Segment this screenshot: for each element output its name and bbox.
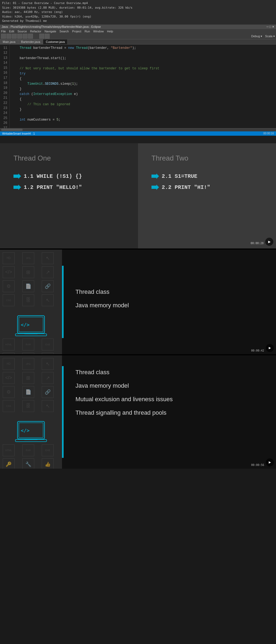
course-item-2-1: Thread class xyxy=(75,369,263,376)
tab-customer-java[interactable]: Customer.java xyxy=(43,39,68,44)
pi-exe: EXE xyxy=(42,339,54,350)
file-info-header: File: 01 - Course Overview - Course Over… xyxy=(0,0,276,25)
svg-text:</>: </> xyxy=(21,322,30,328)
pi2-cursor: ↖ xyxy=(42,358,54,370)
pi-key: 🔑 xyxy=(3,353,15,354)
pi2-css: CSS xyxy=(3,400,15,412)
accent-bar-1 xyxy=(62,266,64,338)
pattern-grid-2: HD JPG ↖ </> ⊞ ↗ ⚙ 📄 🔗 CSS 🗄 ↖ xyxy=(0,355,62,415)
pattern-icon-cursor: ↖ xyxy=(42,252,54,264)
menu-edit[interactable]: Edit xyxy=(9,30,14,33)
thread-one-code-2: 1.2 PRINT "HELLO!" xyxy=(24,184,82,190)
thread-two-title: Thread Two xyxy=(151,154,268,162)
status-writable: Writable xyxy=(2,132,13,135)
menu-project[interactable]: Project xyxy=(72,30,81,33)
course-bg-pattern-1: HD JPG ↖ </> ⊞ ↗ ⚙ 📄 🔗 CSS 🗄 ↖ </> xyxy=(0,250,62,354)
thread-diagram-timestamp: 00:00:28 xyxy=(251,242,264,245)
status-position: 4 : 1 xyxy=(29,132,35,135)
eclipse-menubar[interactable]: File Edit Source Refactor Navigate Searc… xyxy=(0,29,276,33)
menu-window[interactable]: Window xyxy=(93,30,104,33)
course-content-panel-2: Thread class Java memory model Mutual ex… xyxy=(62,355,276,469)
play-button-2[interactable]: ▶ xyxy=(266,344,274,352)
course-content-panel-1: Thread class Java memory model xyxy=(62,250,276,354)
toolbar-btn-8[interactable] xyxy=(45,34,50,39)
thread-two-item-2: 2.2 PRINT "HI!" xyxy=(151,184,268,190)
thread-two-item-1: 2.1 S1=TRUE xyxy=(151,173,268,179)
course-section-1-timestamp: 00:00:42 xyxy=(251,349,264,352)
menu-navigate[interactable]: Navigate xyxy=(44,30,56,33)
code-editor: 1112131415 1617181920 2122232425 2627282… xyxy=(0,45,276,128)
window-controls: ─ □ ✕ xyxy=(266,25,274,29)
pi-thumb: 👍 xyxy=(42,353,54,354)
file-info-line1: File: 01 - Course Overview - Course Over… xyxy=(2,1,274,6)
toolbar-scala: Scala ▾ xyxy=(265,35,275,38)
course-section-2-timestamp: 00:00:56 xyxy=(251,464,264,466)
file-info-line2: Size: 3019388 bytes (2.88 MiB), duration… xyxy=(2,6,274,10)
laptop-illustration-1: </> xyxy=(0,314,62,339)
pattern-icon-grid: ⊞ xyxy=(22,266,34,278)
menu-refactor[interactable]: Refactor xyxy=(30,30,42,33)
toolbar-btn-2[interactable] xyxy=(6,34,11,39)
pi2-db: 🗄 xyxy=(22,400,34,412)
accent-bar-2 xyxy=(62,366,64,458)
play-button-3[interactable]: ▶ xyxy=(266,458,274,466)
thread-one-title: Thread One xyxy=(13,154,130,162)
menu-help[interactable]: Help xyxy=(107,30,113,33)
pattern-grid-1: HD JPG ↖ </> ⊞ ↗ ⚙ 📄 🔗 CSS 🗄 ↖ xyxy=(0,250,62,309)
toolbar-debug: Debug ▾ xyxy=(251,35,262,38)
menu-run[interactable]: Run xyxy=(85,30,90,33)
pattern-icon-db: 🗄 xyxy=(22,294,34,306)
tab-bartender-java[interactable]: Bartender.java xyxy=(18,39,43,44)
pi2-link: 🔗 xyxy=(42,386,54,398)
pi2-hd: HD xyxy=(3,358,15,370)
course-item-2-2: Java memory model xyxy=(75,382,263,389)
eclipse-ide: Java - PluralSight/src/creatingThreads/s… xyxy=(0,25,276,143)
toolbar-btn-5[interactable] xyxy=(23,34,27,39)
laptop-illustration-2: </> xyxy=(0,420,62,444)
horizontal-scrollbar[interactable] xyxy=(0,128,276,131)
thread-one-panel: Thread One 1.1 WHILE (!S1) {} 1.2 PRINT … xyxy=(0,143,138,248)
course-item-2-3: Mutual exclusion and liveness issues xyxy=(75,396,263,403)
pi-html: HTML xyxy=(3,339,15,350)
pattern-icon-share: ↗ xyxy=(42,266,54,278)
menu-source[interactable]: Source xyxy=(18,30,27,33)
svg-text:</>: </> xyxy=(21,428,30,433)
toolbar-btn-1[interactable] xyxy=(1,34,6,39)
thread-one-code-1: 1.1 WHILE (!S1) {} xyxy=(24,173,82,179)
course-section-1: HD JPG ↖ </> ⊞ ↗ ⚙ 📄 🔗 CSS 🗄 ↖ </> xyxy=(0,250,276,354)
eclipse-titlebar: Java - PluralSight/src/creatingThreads/s… xyxy=(0,25,276,29)
thread-two-arrow-1 xyxy=(151,173,159,179)
thread-diagram: Thread One 1.1 WHILE (!S1) {} 1.2 PRINT … xyxy=(0,143,276,248)
toolbar-btn-6[interactable] xyxy=(28,34,33,39)
pi2-wrench: 🔧 xyxy=(22,458,34,469)
tab-main-java[interactable]: Main.java xyxy=(0,39,18,44)
pi2-rar: RAR xyxy=(22,444,34,456)
thread-two-code-1: 2.1 S1=TRUE xyxy=(162,173,197,179)
thread-two-panel: Thread Two 2.1 S1=TRUE 2.2 PRINT "HI!" xyxy=(138,143,276,248)
pattern-icon-settings: ⚙ xyxy=(3,280,15,292)
file-info-line5: Generated by Thumbnail me xyxy=(2,19,274,23)
play-button-1[interactable]: ▶ xyxy=(265,238,273,246)
line-numbers: 1112131415 1617181920 2122232425 2627282… xyxy=(0,45,10,128)
svg-rect-8 xyxy=(24,333,38,334)
eclipse-toolbar: Debug ▾ Scala ▾ xyxy=(0,33,276,39)
menu-file[interactable]: File xyxy=(1,30,6,33)
course-item-1-1: Thread class xyxy=(75,288,263,295)
pi-rar: RAR xyxy=(22,339,34,350)
toolbar-btn-4[interactable] xyxy=(17,34,22,39)
toolbar-btn-3[interactable] xyxy=(12,34,17,39)
status-insert: Smart Insert xyxy=(13,132,29,135)
pi2-settings: ⚙ xyxy=(3,386,15,398)
pi2-cursor2: ↖ xyxy=(42,400,54,412)
pattern-icon-file: 📄 xyxy=(22,280,34,292)
pi2-code: </> xyxy=(3,372,15,384)
pi2-jpg: JPG xyxy=(22,358,34,370)
pi2-file: 📄 xyxy=(22,386,34,398)
menu-search[interactable]: Search xyxy=(60,30,69,33)
eclipse-title: Java - PluralSight/src/creatingThreads/s… xyxy=(2,25,101,28)
toolbar-btn-7[interactable] xyxy=(39,34,44,39)
status-bar: Writable Smart Insert 4 : 1 00:00:16 xyxy=(0,131,276,136)
thread-one-item-1: 1.1 WHILE (!S1) {} xyxy=(13,173,130,179)
course-section-2: HD JPG ↖ </> ⊞ ↗ ⚙ 📄 🔗 CSS 🗄 ↖ </> HTML … xyxy=(0,355,276,469)
pattern-icon-code1: </> xyxy=(3,266,15,278)
